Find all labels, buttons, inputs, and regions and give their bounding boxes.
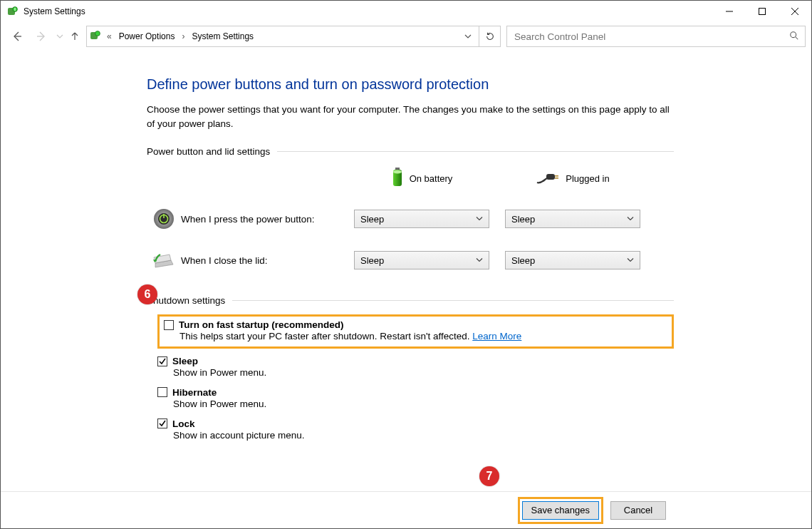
minimize-button[interactable]: [713, 1, 746, 22]
svg-point-5: [791, 31, 796, 37]
nav-back-button[interactable]: [5, 26, 29, 46]
svg-rect-9: [546, 174, 555, 180]
option-fast-startup: Turn on fast startup (recommended) This …: [157, 312, 674, 353]
breadcrumb-level2[interactable]: System Settings: [190, 30, 255, 43]
page-intro: Choose the power settings that you want …: [147, 103, 674, 130]
nav-recent-button[interactable]: [53, 26, 66, 46]
section-shutdown-header: Shutdown settings: [147, 295, 674, 306]
option-hibernate: Hibernate Show in Power menu.: [157, 384, 674, 416]
breadcrumb-prev-icon[interactable]: «: [104, 31, 115, 41]
svg-rect-6: [395, 168, 400, 170]
laptop-lid-icon: [147, 250, 181, 270]
section-power-header: Power button and lid settings: [147, 146, 674, 157]
chevron-down-icon: [627, 255, 634, 266]
close-button[interactable]: [779, 1, 811, 22]
content-area: Define power buttons and turn on passwor…: [1, 51, 811, 491]
annotation-badge-6: 6: [137, 284, 157, 304]
save-button[interactable]: Save changes: [522, 501, 599, 520]
address-bar[interactable]: « Power Options › System Settings: [86, 26, 479, 47]
save-button-highlight: Save changes: [518, 497, 603, 524]
address-expand-button[interactable]: [460, 26, 476, 46]
chevron-down-icon: [627, 214, 634, 225]
nav-forward-button[interactable]: [29, 26, 53, 46]
chevron-down-icon: [476, 255, 483, 266]
checkbox-fast-startup[interactable]: [164, 320, 174, 330]
app-icon: [7, 6, 19, 17]
power-button-icon: [147, 207, 181, 230]
row-close-lid: When I close the lid: Sleep Sleep: [147, 240, 674, 281]
titlebar: System Settings: [1, 1, 811, 22]
select-power-button-plugged[interactable]: Sleep: [505, 210, 640, 228]
checkbox-sleep[interactable]: [157, 356, 167, 366]
search-box[interactable]: [506, 26, 806, 47]
svg-rect-2: [759, 9, 766, 15]
refresh-button[interactable]: [479, 26, 501, 47]
select-power-button-battery[interactable]: Sleep: [354, 210, 489, 228]
chevron-right-icon: ›: [179, 31, 187, 41]
battery-icon: [391, 168, 404, 190]
svg-rect-15: [163, 214, 165, 218]
link-learn-more[interactable]: Learn More: [472, 331, 521, 341]
footer-bar: Save changes Cancel: [1, 491, 811, 528]
navigation-row: « Power Options › System Settings: [1, 22, 811, 51]
maximize-button[interactable]: [746, 1, 779, 22]
search-icon[interactable]: [789, 31, 799, 43]
option-sleep: Sleep Show in Power menu.: [157, 353, 674, 384]
nav-up-button[interactable]: [66, 26, 83, 46]
option-lock: Lock Show in account picture menu.: [157, 416, 674, 447]
column-header-plugged: Plugged in: [536, 164, 609, 192]
column-header-battery: On battery: [391, 164, 453, 192]
annotation-badge-7: 7: [479, 466, 499, 486]
svg-point-8: [393, 170, 402, 173]
row-power-button: When I press the power button: Sleep Sle…: [147, 198, 674, 240]
svg-point-4: [95, 31, 100, 36]
checkbox-hibernate[interactable]: [157, 387, 167, 397]
app-icon-small: [90, 30, 101, 43]
plug-icon: [536, 170, 560, 188]
checkbox-lock[interactable]: [157, 418, 167, 428]
select-close-lid-battery[interactable]: Sleep: [354, 251, 489, 269]
search-input[interactable]: [513, 31, 789, 43]
svg-rect-10: [555, 175, 558, 177]
window-title: System Settings: [24, 6, 85, 16]
svg-rect-11: [555, 178, 558, 179]
cancel-button[interactable]: Cancel: [610, 501, 666, 520]
select-close-lid-plugged[interactable]: Sleep: [505, 251, 640, 269]
chevron-down-icon: [476, 214, 483, 225]
page-title: Define power buttons and turn on passwor…: [147, 76, 674, 93]
breadcrumb-level1[interactable]: Power Options: [118, 30, 177, 43]
